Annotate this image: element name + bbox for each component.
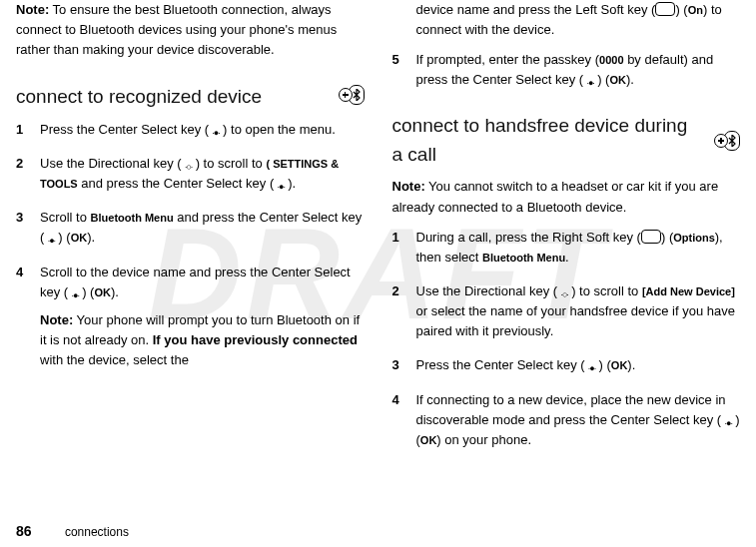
step-text: Use the Directional key ( bbox=[40, 156, 182, 171]
note-text: with the device, select the bbox=[40, 352, 189, 367]
note-handsfree: Note: You cannot switch to a headset or … bbox=[392, 177, 741, 217]
step-text: or select the name of your handsfree dev… bbox=[416, 303, 735, 338]
passkey: 0000 bbox=[599, 54, 623, 66]
step-text: and press the Center Select key ( bbox=[78, 176, 275, 191]
steps-list-left: 1 Press the Center Select key () to open… bbox=[16, 120, 365, 380]
left-column: Note: To ensure the best Bluetooth conne… bbox=[16, 0, 365, 464]
center-select-key-icon bbox=[585, 357, 599, 368]
step-text: If connecting to a new device, place the… bbox=[416, 392, 726, 427]
bluetooth-pair-icon bbox=[714, 131, 740, 151]
directional-key-icon bbox=[182, 156, 196, 167]
step-text: Use the Directional key ( bbox=[416, 283, 558, 298]
step-number: 2 bbox=[16, 154, 28, 194]
step-3: 3 Scroll to Bluetooth Menu and press the… bbox=[16, 208, 365, 248]
step-2: 2 Use the Directional key () to scroll t… bbox=[16, 154, 365, 194]
step-number: 4 bbox=[16, 263, 28, 381]
on-label: On bbox=[688, 4, 703, 16]
center-select-key-icon bbox=[68, 284, 82, 295]
step-5: 5 If prompted, enter the passkey (0000 b… bbox=[392, 50, 741, 90]
center-select-key-icon bbox=[44, 230, 58, 241]
step-text: ) to open the menu. bbox=[223, 122, 336, 137]
step-text: ). bbox=[288, 176, 296, 191]
step-1: 1 Press the Center Select key () to open… bbox=[16, 120, 365, 140]
ok-label: OK bbox=[94, 286, 111, 298]
page-footer: 86 connections bbox=[16, 523, 129, 539]
step-number: 5 bbox=[392, 50, 404, 90]
plus-icon bbox=[339, 88, 353, 102]
note-label: Note: bbox=[40, 312, 73, 327]
step-number: 3 bbox=[16, 208, 28, 248]
step-number: 3 bbox=[392, 355, 404, 375]
add-new-device-label: [Add New Device] bbox=[642, 285, 735, 297]
step-text: ) on your phone. bbox=[436, 432, 531, 447]
step-text: Press the Center Select key ( bbox=[416, 357, 585, 372]
cont-pre: device name and press the Left Soft key … bbox=[416, 2, 656, 17]
center-select-key-icon bbox=[583, 72, 597, 83]
center-select-key-icon bbox=[721, 412, 735, 423]
steps-list-right: 1 During a call, press the Right Soft ke… bbox=[392, 228, 741, 450]
note-bold: If you have previously connected bbox=[153, 332, 358, 347]
step-text: ). bbox=[627, 357, 635, 372]
heading-connect-recognized: connect to recognized device bbox=[16, 82, 262, 111]
step-text: Scroll to bbox=[40, 210, 91, 225]
hf-step-2: 2 Use the Directional key () to scroll t… bbox=[392, 281, 741, 341]
hf-step-1: 1 During a call, press the Right Soft ke… bbox=[392, 228, 741, 268]
step-text: During a call, press the Right Soft key … bbox=[416, 230, 641, 245]
step-text: ) to scroll to bbox=[196, 156, 267, 171]
note-label: Note: bbox=[392, 179, 425, 194]
center-select-key-icon bbox=[209, 122, 223, 133]
note-text: You cannot switch to a headset or car ki… bbox=[392, 179, 719, 214]
step-number: 2 bbox=[392, 281, 404, 341]
ok-label: OK bbox=[611, 359, 628, 371]
continuation-text: device name and press the Left Soft key … bbox=[416, 0, 741, 40]
step5-list: 5 If prompted, enter the passkey (0000 b… bbox=[392, 50, 741, 90]
hf-step-4: 4 If connecting to a new device, place t… bbox=[392, 390, 741, 450]
intro-note: Note: To ensure the best Bluetooth conne… bbox=[16, 0, 365, 60]
page-number: 86 bbox=[16, 523, 32, 539]
ok-label: OK bbox=[71, 232, 88, 244]
step-number: 1 bbox=[16, 120, 28, 140]
right-soft-key-icon bbox=[641, 230, 661, 244]
step-text: ). bbox=[111, 284, 119, 299]
bluetooth-pair-icon bbox=[339, 85, 365, 105]
ok-label: OK bbox=[420, 434, 437, 446]
plus-icon bbox=[714, 134, 728, 148]
hf-step-3: 3 Press the Center Select key () (OK). bbox=[392, 355, 741, 375]
step-number: 1 bbox=[392, 228, 404, 268]
heading-connect-handsfree: connect to handsfree device during a cal… bbox=[392, 111, 703, 170]
step-text: If prompted, enter the passkey ( bbox=[416, 52, 600, 67]
bluetooth-menu-label: Bluetooth Menu bbox=[482, 252, 565, 264]
step-text: Press the Center Select key ( bbox=[40, 122, 209, 137]
step-text: ) to scroll to bbox=[571, 283, 642, 298]
ok-label: OK bbox=[609, 74, 626, 86]
intro-text: To ensure the best Bluetooth connection,… bbox=[16, 2, 337, 57]
bluetooth-menu-label: Bluetooth Menu bbox=[91, 212, 174, 224]
right-column: device name and press the Left Soft key … bbox=[392, 0, 741, 464]
center-select-key-icon bbox=[274, 176, 288, 187]
left-soft-key-icon bbox=[655, 2, 675, 16]
step-text: ). bbox=[87, 230, 95, 245]
step-number: 4 bbox=[392, 390, 404, 450]
options-label: Options bbox=[673, 232, 715, 244]
step-text: . bbox=[565, 250, 569, 265]
step-4: 4 Scroll to the device name and press th… bbox=[16, 263, 365, 381]
note-label: Note: bbox=[16, 2, 49, 17]
step-text: ). bbox=[626, 72, 634, 87]
directional-key-icon bbox=[557, 283, 571, 294]
section-name: connections bbox=[65, 525, 129, 539]
